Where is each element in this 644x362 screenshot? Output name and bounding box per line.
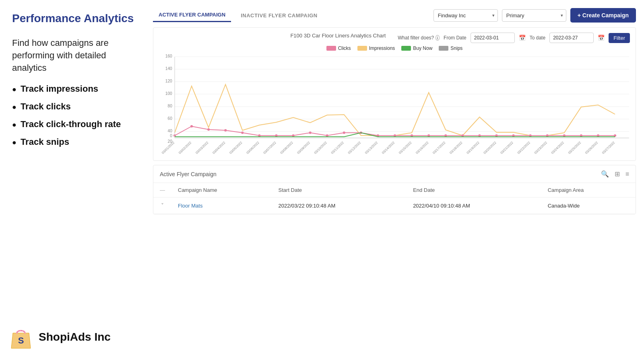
tab-active-flyer[interactable]: ACTIVE FLYER CAMPAIGN	[153, 8, 231, 22]
table-header-bar: Active Flyer Campaign 🔍 ⊞ ≡	[153, 165, 636, 183]
legend-impressions: Impressions	[357, 45, 395, 51]
svg-text:03/05/2022: 03/05/2022	[229, 141, 243, 154]
calendar-from-icon[interactable]: 📅	[519, 35, 526, 41]
from-date-label: From Date	[444, 35, 466, 41]
svg-text:80: 80	[167, 104, 172, 108]
feature-item-ctr: Track click-through rate	[12, 119, 137, 130]
svg-point-22	[241, 132, 244, 134]
company-dropdown[interactable]: Findway Inc	[433, 9, 498, 22]
feature-item-impressions: Track impressions	[12, 84, 137, 94]
filter-button[interactable]: Filter	[609, 33, 630, 43]
svg-text:03/16/2022: 03/16/2022	[415, 141, 429, 154]
svg-point-20	[207, 128, 210, 131]
svg-text:140: 140	[165, 66, 172, 71]
col-header-expand: —	[153, 183, 171, 197]
logo-area: S ShopiAds Inc	[8, 324, 111, 350]
search-icon[interactable]: 🔍	[601, 170, 609, 178]
table-section: Active Flyer Campaign 🔍 ⊞ ≡ — Campaign N…	[153, 165, 636, 214]
grid-view-icon[interactable]: ⊞	[615, 170, 620, 178]
chart-container: F100 3D Car Floor Liners Analytics Chart…	[153, 27, 636, 161]
filter-list-icon[interactable]: ≡	[625, 171, 629, 178]
filter-help-icon[interactable]: i	[436, 35, 440, 41]
svg-text:03/18/2022: 03/18/2022	[449, 141, 463, 154]
svg-text:03/10/2022: 03/10/2022	[314, 141, 328, 154]
svg-text:03/23/2022: 03/23/2022	[534, 141, 548, 154]
svg-point-26	[309, 132, 312, 134]
tab-inactive-flyer[interactable]: INACTIVE FLYER CAMPAIGN	[235, 9, 323, 22]
legend-buynow: Buy Now	[401, 45, 432, 51]
logo-icon: S	[8, 324, 34, 350]
start-date-cell: 2022/03/22 09:10:48 AM	[272, 197, 407, 214]
expand-row-icon[interactable]: ˅	[161, 202, 164, 209]
svg-text:03/07/2022: 03/07/2022	[262, 141, 277, 154]
campaign-area-cell: Canada-Wide	[541, 197, 636, 214]
svg-point-19	[190, 125, 193, 128]
dash-icon: —	[160, 187, 165, 193]
analytics-chart: 160 140 120 100 80 60 40 20 0	[159, 53, 630, 154]
svg-text:03/12/2022: 03/12/2022	[347, 141, 362, 154]
calendar-to-icon[interactable]: 📅	[598, 35, 605, 41]
svg-text:03/25/2022: 03/25/2022	[568, 141, 582, 154]
svg-text:03/11/2022: 03/11/2022	[330, 141, 345, 154]
end-date-cell: 2022/04/10 09:10:48 AM	[407, 197, 541, 214]
table-section-title: Active Flyer Campaign	[160, 171, 217, 177]
feature-item-clicks: Track clicks	[12, 101, 137, 112]
svg-text:100: 100	[165, 91, 172, 96]
svg-text:03/09/2022: 03/09/2022	[297, 141, 311, 154]
feature-item-snips: Track snips	[12, 137, 137, 147]
svg-point-21	[224, 129, 227, 132]
svg-text:03/04/2022: 03/04/2022	[212, 141, 226, 154]
svg-text:03/08/2022: 03/08/2022	[280, 141, 294, 154]
company-dropdown-wrapper: Findway Inc	[433, 9, 498, 22]
chart-legend: Clicks Impressions Buy Now Snips	[159, 45, 630, 51]
col-header-area: Campaign Area	[541, 183, 636, 197]
type-dropdown[interactable]: Primary Secondary	[502, 9, 566, 22]
top-bar: ACTIVE FLYER CAMPAIGN INACTIVE FLYER CAM…	[153, 8, 636, 23]
col-header-name: Campaign Name	[171, 183, 272, 197]
campaign-name-cell[interactable]: Floor Mats	[171, 197, 272, 214]
svg-text:120: 120	[165, 79, 172, 83]
svg-text:S: S	[18, 335, 24, 346]
to-date-input[interactable]	[549, 33, 594, 43]
svg-text:03/15/2022: 03/15/2022	[398, 141, 413, 154]
svg-text:03/27/2022: 03/27/2022	[601, 141, 616, 154]
campaigns-table: — Campaign Name Start Date End Date Camp…	[153, 183, 636, 214]
logo-text: ShopiAds Inc	[39, 331, 111, 343]
svg-text:03/14/2022: 03/14/2022	[381, 141, 396, 154]
table-actions: 🔍 ⊞ ≡	[601, 170, 629, 178]
filter-area: What filter does? i From Date 📅 To date …	[398, 33, 630, 43]
svg-text:03/02/2022: 03/02/2022	[178, 141, 192, 154]
features-list: Track impressions Track clicks Track cli…	[12, 84, 137, 147]
from-date-input[interactable]	[471, 33, 515, 43]
svg-text:03/17/2022: 03/17/2022	[432, 141, 446, 154]
legend-clicks: Clicks	[326, 45, 351, 51]
svg-text:03/13/2022: 03/13/2022	[364, 141, 379, 154]
svg-text:03/26/2022: 03/26/2022	[584, 141, 599, 154]
svg-text:03/22/2022: 03/22/2022	[517, 141, 531, 154]
page-title: Performance Analytics	[12, 12, 137, 25]
table-row: ˅ Floor Mats 2022/03/22 09:10:48 AM 2022…	[153, 197, 636, 214]
chart-title: F100 3D Car Floor Liners Analytics Chart	[279, 33, 398, 39]
svg-text:0: 0	[170, 134, 172, 138]
create-campaign-button[interactable]: + Create Campaign	[570, 8, 636, 23]
filter-question-label: What filter does? i	[398, 35, 440, 41]
legend-snips: Snips	[439, 45, 462, 51]
svg-text:03/21/2022: 03/21/2022	[500, 141, 514, 154]
svg-text:60: 60	[167, 116, 172, 121]
col-header-end: End Date	[407, 183, 541, 197]
svg-text:03/03/2022: 03/03/2022	[195, 141, 209, 154]
svg-text:03/06/2022: 03/06/2022	[246, 141, 260, 154]
svg-text:03/24/2022: 03/24/2022	[551, 141, 565, 154]
svg-point-28	[343, 132, 345, 134]
svg-text:40: 40	[167, 129, 172, 133]
intro-text: Find how campaigns are performing with d…	[12, 37, 137, 74]
svg-text:160: 160	[165, 54, 172, 58]
col-header-start: Start Date	[272, 183, 407, 197]
svg-text:03/19/2022: 03/19/2022	[466, 141, 480, 154]
type-dropdown-wrapper: Primary Secondary	[502, 9, 566, 22]
to-date-label: To date	[530, 35, 545, 41]
svg-text:03/20/2022: 03/20/2022	[483, 141, 497, 154]
chart-svg-wrapper: 160 140 120 100 80 60 40 20 0	[159, 53, 630, 156]
